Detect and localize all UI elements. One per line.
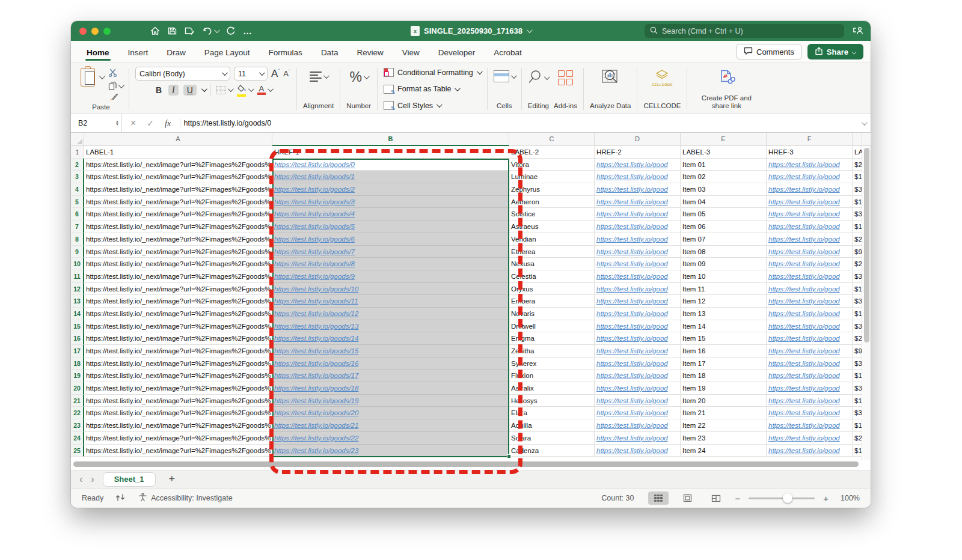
analyze-data-group[interactable]: Analyze Data (590, 67, 631, 111)
row-header-6[interactable]: 6 (71, 208, 84, 221)
row-header-24[interactable]: 24 (71, 432, 84, 445)
cell-G21[interactable]: $19 (853, 395, 862, 407)
cell-C8[interactable]: Veridian (509, 233, 595, 246)
cell-D25[interactable]: https://test.listly.io/good (595, 445, 681, 457)
cell-F18[interactable]: https://test.listly.io/good (767, 358, 853, 370)
cell-B10[interactable]: https://test.listly.io/goods/8 (272, 258, 509, 270)
cell-E9[interactable]: Item 08 (681, 246, 767, 258)
row-header-19[interactable]: 19 (71, 370, 84, 382)
cell-C18[interactable]: Synerex (509, 358, 595, 370)
cell-A3[interactable]: https://test.listly.io/_next/image?url=%… (84, 171, 272, 183)
fill-color-button[interactable] (237, 84, 253, 97)
cell-E4[interactable]: Item 03 (681, 183, 767, 196)
cell-A21[interactable]: https://test.listly.io/_next/image?url=%… (84, 395, 272, 407)
cell-A22[interactable]: https://test.listly.io/_next/image?url=%… (84, 407, 272, 419)
tab-page-layout[interactable]: Page Layout (203, 43, 251, 61)
add-sheet-button[interactable]: + (169, 473, 176, 485)
sheet-nav-left[interactable]: ‹ (79, 475, 82, 484)
zoom-slider[interactable] (749, 498, 815, 499)
row-header-14[interactable]: 14 (71, 308, 84, 320)
cell-E6[interactable]: Item 05 (681, 208, 767, 221)
cell-D1[interactable]: HREF-2 (595, 146, 681, 159)
cell-G9[interactable]: $97 (853, 246, 862, 258)
format-as-table-button[interactable]: ✎ Format as Table (384, 85, 481, 94)
column-header-G[interactable] (853, 133, 862, 146)
cell-F12[interactable]: https://test.listly.io/good (767, 283, 853, 296)
cell-E21[interactable]: Item 20 (681, 395, 767, 407)
cell-C23[interactable]: Aquilla (509, 419, 595, 432)
vertical-scrollbar-thumb[interactable] (864, 148, 869, 342)
cell-G2[interactable]: $23 (853, 159, 862, 171)
cell-A18[interactable]: https://test.listly.io/_next/image?url=%… (84, 358, 272, 370)
cell-G1[interactable]: LAB (853, 146, 862, 159)
vertical-scrollbar[interactable] (862, 146, 871, 460)
cell-E23[interactable]: Item 22 (681, 419, 767, 432)
cell-D11[interactable]: https://test.listly.io/good (595, 270, 681, 283)
row-header-9[interactable]: 9 (71, 246, 84, 258)
cell-A11[interactable]: https://test.listly.io/_next/image?url=%… (84, 270, 272, 283)
cell-B15[interactable]: https://test.listly.io/goods/13 (272, 320, 509, 333)
row-header-3[interactable]: 3 (71, 171, 84, 183)
cell-B11[interactable]: https://test.listly.io/goods/9 (272, 270, 509, 283)
cell-D21[interactable]: https://test.listly.io/good (595, 395, 681, 407)
cell-B18[interactable]: https://test.listly.io/goods/16 (272, 358, 509, 370)
cell-G18[interactable]: $33 (853, 358, 862, 370)
close-button[interactable] (79, 28, 87, 35)
cell-E10[interactable]: Item 09 (681, 258, 767, 270)
cancel-icon[interactable]: × (130, 118, 136, 129)
row-header-7[interactable]: 7 (71, 221, 84, 233)
decrease-font-button[interactable]: Aˇ (283, 68, 290, 78)
row-header-4[interactable]: 4 (71, 183, 84, 196)
home-icon[interactable] (150, 26, 160, 35)
cell-C25[interactable]: Cadenza (509, 445, 595, 457)
cell-D22[interactable]: https://test.listly.io/good (595, 407, 681, 419)
cell-C19[interactable]: Fluxion (509, 370, 595, 382)
cell-E2[interactable]: Item 01 (681, 159, 767, 171)
column-header-C[interactable]: C (509, 133, 595, 146)
cell-E24[interactable]: Item 23 (681, 432, 767, 445)
cell-B19[interactable]: https://test.listly.io/goods/17 (272, 370, 509, 382)
tab-developer[interactable]: Developer (437, 43, 477, 61)
sheet-tab[interactable]: Sheet_1 (103, 472, 156, 487)
name-box[interactable]: B2 ▲▼ (71, 114, 121, 132)
row-header-17[interactable]: 17 (71, 345, 84, 358)
undo-button[interactable] (203, 26, 218, 35)
horizontal-scrollbar[interactable] (73, 461, 859, 467)
redo-icon[interactable] (226, 26, 235, 35)
cell-F7[interactable]: https://test.listly.io/good (767, 221, 853, 233)
cell-G13[interactable]: $32 (853, 295, 862, 308)
cell-G24[interactable]: $25 (853, 432, 862, 445)
cell-E5[interactable]: Item 04 (681, 196, 767, 208)
cell-F1[interactable]: HREF-3 (767, 146, 853, 159)
sheet-nav-right[interactable]: › (91, 475, 94, 484)
cell-D13[interactable]: https://test.listly.io/good (595, 295, 681, 308)
cell-E15[interactable]: Item 14 (681, 320, 767, 333)
cell-A6[interactable]: https://test.listly.io/_next/image?url=%… (84, 208, 272, 221)
cell-G17[interactable]: $97 (853, 345, 862, 358)
cell-styles-button[interactable]: ✎ Cell Styles (384, 101, 481, 110)
cell-F10[interactable]: https://test.listly.io/good (767, 258, 853, 270)
cell-A12[interactable]: https://test.listly.io/_next/image?url=%… (84, 283, 272, 296)
save-icon[interactable] (168, 26, 177, 35)
cell-E17[interactable]: Item 16 (681, 345, 767, 358)
row-header-15[interactable]: 15 (71, 320, 84, 333)
cell-E1[interactable]: LABEL-3 (681, 146, 767, 159)
row-header-22[interactable]: 22 (71, 407, 84, 419)
cell-B5[interactable]: https://test.listly.io/goods/3 (272, 196, 509, 208)
cell-E3[interactable]: Item 02 (681, 171, 767, 183)
zoom-button[interactable] (103, 28, 111, 35)
chevron-down-icon[interactable] (862, 120, 868, 126)
cell-F14[interactable]: https://test.listly.io/good (767, 308, 853, 320)
row-header-1[interactable]: 1 (71, 146, 84, 159)
cell-B8[interactable]: https://test.listly.io/goods/6 (272, 233, 509, 246)
column-header-A[interactable]: A (84, 133, 272, 146)
zoom-slider-thumb[interactable] (783, 493, 792, 503)
cell-B20[interactable]: https://test.listly.io/goods/18 (272, 382, 509, 395)
cell-B3[interactable]: https://test.listly.io/goods/1 (272, 171, 509, 183)
cell-G8[interactable]: $27 (853, 233, 862, 246)
cell-A1[interactable]: LABEL-1 (84, 146, 272, 159)
font-size-select[interactable]: 11 (234, 67, 268, 81)
cell-F3[interactable]: https://test.listly.io/good (767, 171, 853, 183)
select-all-corner[interactable] (71, 133, 84, 146)
row-header-12[interactable]: 12 (71, 283, 84, 296)
